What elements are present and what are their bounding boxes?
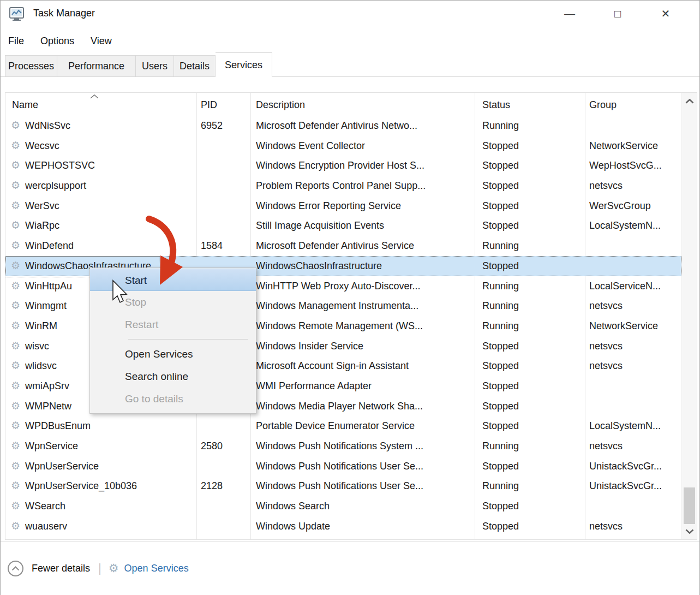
scrollbar-down-icon[interactable] (682, 524, 697, 538)
minimize-button[interactable]: — (546, 8, 594, 20)
window-title: Task Manager (33, 8, 95, 19)
vertical-scrollbar[interactable] (681, 93, 697, 539)
gear-icon: ⚙ (11, 436, 20, 456)
gear-icon: ⚙ (109, 562, 119, 575)
tab-processes[interactable]: Processes (5, 55, 57, 77)
cell-name: WpnUserService (25, 456, 189, 477)
table-row[interactable]: ⚙WdNisSvc6952Microsoft Defender Antiviru… (5, 116, 681, 136)
context-menu-item-search-online[interactable]: Search online (90, 365, 256, 388)
fewer-details-label[interactable]: Fewer details (32, 563, 90, 574)
table-row[interactable]: ⚙WinDefend1584Microsoft Defender Antivir… (5, 236, 681, 256)
cell-name: WpnUserService_10b036 (25, 476, 189, 496)
table-row[interactable]: ⚙WerSvcWindows Error Reporting ServiceSt… (5, 196, 681, 216)
cell-group: NetworkService (589, 136, 683, 156)
table-row[interactable]: ⚙WpnUserServiceWindows Push Notification… (5, 456, 681, 477)
gear-icon: ⚙ (11, 396, 20, 416)
chevron-up-circle-icon (11, 566, 20, 571)
scrollbar-thumb[interactable] (684, 487, 695, 524)
table-row[interactable]: ⚙wercplsupportProblem Reports Control Pa… (5, 176, 681, 196)
table-row[interactable]: ⚙WpnUserService_10b0362128Windows Push N… (5, 476, 681, 496)
table-row[interactable]: ⚙WpnService2580Windows Push Notification… (5, 436, 681, 456)
gear-icon: ⚙ (11, 476, 20, 496)
scrollbar-up-icon[interactable] (682, 94, 697, 108)
menu-item-view[interactable]: View (91, 35, 112, 47)
tab-users[interactable]: Users (136, 55, 174, 77)
cell-status: Stopped (482, 176, 581, 196)
footer-divider: | (98, 561, 101, 575)
fewer-details-button[interactable] (8, 561, 23, 576)
column-header-description[interactable]: Description (256, 99, 305, 111)
cell-description: Portable Device Enumerator Service (256, 416, 472, 436)
cell-pid (201, 196, 249, 216)
column-header-pid[interactable]: PID (201, 99, 217, 111)
cell-status: Stopped (482, 196, 581, 216)
cell-status: Stopped (482, 136, 581, 156)
gear-icon: ⚙ (11, 216, 20, 236)
menu-item-file[interactable]: File (8, 35, 24, 47)
tab-performance[interactable]: Performance (57, 55, 136, 77)
context-menu-separator (128, 339, 248, 340)
cell-group: WerSvcGroup (589, 196, 683, 216)
cell-pid: 2580 (201, 436, 249, 456)
cell-status: Running (482, 296, 581, 316)
context-menu-item-go-to-details: Go to details (90, 388, 256, 410)
context-menu-item-start[interactable]: Start (90, 269, 256, 291)
open-services-link[interactable]: Open Services (124, 563, 189, 574)
column-header-name[interactable]: Name (12, 99, 38, 111)
tab-details[interactable]: Details (174, 55, 216, 77)
table-row[interactable]: ⚙WPDBusEnumPortable Device Enumerator Se… (5, 416, 681, 436)
column-header-group[interactable]: Group (589, 99, 617, 111)
table-header: Name PID Description Status Group (5, 93, 681, 116)
cell-description: Still Image Acquisition Events (256, 216, 472, 236)
cell-status: Running (482, 236, 581, 256)
context-menu-item-stop: Stop (90, 291, 256, 313)
cell-status: Running (482, 116, 581, 136)
cell-description: Windows Media Player Network Sha... (256, 396, 472, 416)
cell-name: WiaRpc (25, 216, 189, 236)
menu-item-options[interactable]: Options (40, 35, 74, 47)
cell-pid (201, 496, 249, 516)
gear-icon: ⚙ (11, 196, 20, 216)
column-header-status[interactable]: Status (482, 99, 510, 111)
table-row[interactable]: ⚙WecsvcWindows Event CollectorStoppedNet… (5, 136, 681, 156)
cell-status: Stopped (482, 456, 581, 477)
cell-description: Microsoft Defender Antivirus Netwo... (256, 116, 472, 136)
table-row[interactable]: ⚙WEPHOSTSVCWindows Encryption Provider H… (5, 156, 681, 176)
cell-group: NetworkService (589, 316, 683, 336)
cell-description: WindowsChaosInfrastructure (256, 256, 472, 276)
cell-group (589, 396, 683, 416)
maximize-button[interactable]: □ (594, 8, 642, 20)
tab-services[interactable]: Services (216, 52, 272, 77)
cell-group: LocalServiceN... (589, 276, 683, 296)
cell-description: Windows Update (256, 516, 472, 537)
cell-status: Stopped (482, 496, 581, 516)
cell-group: LocalSystemN... (589, 416, 683, 436)
sort-ascending-icon (89, 94, 99, 99)
cell-pid (201, 176, 249, 196)
cell-description: Windows Search (256, 496, 472, 516)
table-row[interactable]: ⚙WSearchWindows SearchStopped (5, 496, 681, 516)
cell-group (589, 116, 683, 136)
table-row[interactable]: ⚙WiaRpcStill Image Acquisition EventsSto… (5, 216, 681, 236)
cell-group: WepHostSvcG... (589, 156, 683, 176)
cell-description: WMI Performance Adapter (256, 376, 472, 396)
context-menu-item-open-services[interactable]: Open Services (90, 343, 256, 365)
gear-icon: ⚙ (11, 516, 20, 537)
gear-icon: ⚙ (11, 336, 20, 356)
cell-pid (201, 416, 249, 436)
cell-description: Windows Error Reporting Service (256, 196, 472, 216)
cell-status: Stopped (482, 256, 581, 276)
close-button[interactable]: ✕ (642, 7, 690, 20)
gear-icon: ⚙ (11, 236, 20, 256)
cell-status: Stopped (482, 356, 581, 376)
cell-status: Running (482, 276, 581, 296)
cell-status: Stopped (482, 376, 581, 396)
cell-description: Windows Event Collector (256, 136, 472, 156)
cell-description: WinHTTP Web Proxy Auto-Discover... (256, 276, 472, 296)
table-row[interactable]: ⚙wuauservWindows UpdateStoppednetsvcs (5, 516, 681, 537)
cell-description: Microsoft Account Sign-in Assistant (256, 356, 472, 376)
cell-pid: 6952 (201, 116, 249, 136)
cell-description: Windows Management Instrumenta... (256, 296, 472, 316)
cell-name: WPDBusEnum (25, 416, 189, 436)
cell-description: Windows Push Notifications User Se... (256, 456, 472, 477)
